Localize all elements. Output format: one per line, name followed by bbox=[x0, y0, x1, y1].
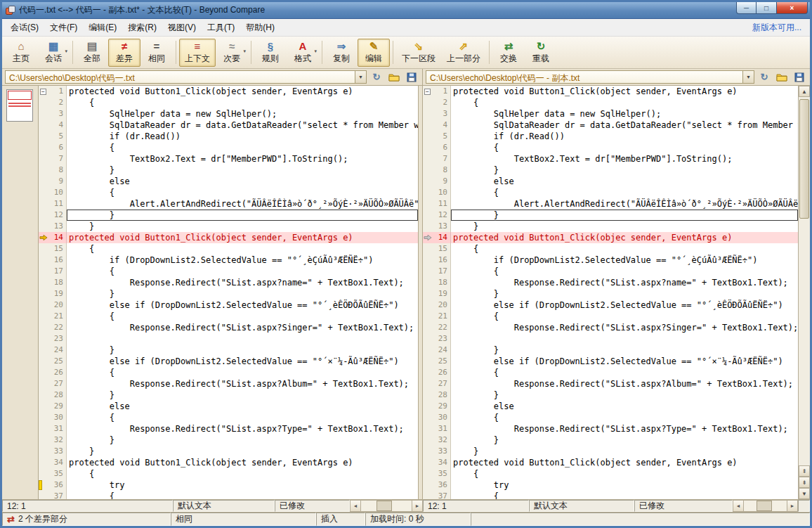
code-text[interactable]: else bbox=[67, 401, 418, 412]
code-text[interactable]: { bbox=[67, 468, 418, 479]
code-text[interactable]: protected void Button1_Click(object send… bbox=[67, 86, 418, 97]
menu-tools[interactable]: 工具(T) bbox=[202, 19, 240, 37]
reload-button[interactable]: ↻重载 bbox=[525, 39, 557, 67]
code-text[interactable]: { bbox=[67, 187, 418, 198]
left-path-dropdown-icon[interactable]: ▼ bbox=[355, 71, 366, 83]
code-text[interactable]: { bbox=[67, 97, 418, 108]
right-path-combo[interactable]: C:\Users\echo\Desktop\代码一 - 副本.txt ▼ bbox=[426, 70, 754, 84]
code-text[interactable]: if (DropDownList2.SelectedValue == "°´¸è… bbox=[451, 255, 798, 266]
code-text[interactable]: { bbox=[451, 367, 798, 378]
previous-part-button[interactable]: ⇗上一部分 bbox=[441, 39, 486, 67]
scrollbar-thumb[interactable] bbox=[757, 501, 772, 511]
left-refresh-button[interactable]: ↻ bbox=[369, 70, 384, 84]
code-text[interactable]: } bbox=[451, 434, 798, 446]
code-text[interactable]: { bbox=[451, 187, 798, 198]
code-text[interactable]: { bbox=[451, 468, 798, 479]
format-button[interactable]: A▾格式 bbox=[287, 39, 319, 67]
copy-button[interactable]: ⇒复制 bbox=[325, 39, 358, 67]
vertical-scrollbar[interactable]: ▲ ⇞ ⇟ ▼ bbox=[798, 86, 810, 499]
previous-difference-button[interactable]: ⇞ bbox=[799, 465, 810, 477]
code-text[interactable]: else if (DropDownList2.SelectedValue == … bbox=[451, 356, 798, 367]
code-text[interactable]: Response.Redirect("SList.aspx?Album=" + … bbox=[451, 378, 798, 389]
next-section-button[interactable]: ⇘下一区段 bbox=[396, 39, 441, 67]
code-text[interactable]: TextBox2.Text = dr["MemberPWD"].ToString… bbox=[451, 153, 798, 165]
code-text[interactable]: { bbox=[67, 412, 418, 423]
code-text[interactable]: { bbox=[451, 412, 798, 423]
code-text[interactable]: } bbox=[67, 210, 418, 221]
home-button[interactable]: ⌂主页 bbox=[5, 39, 37, 67]
code-text[interactable]: { bbox=[451, 97, 798, 108]
diff-map[interactable] bbox=[6, 89, 33, 122]
code-text[interactable]: else bbox=[451, 401, 798, 412]
code-text[interactable]: Response.Redirect("SList.aspx?Type=" + T… bbox=[451, 423, 798, 434]
code-text[interactable]: Response.Redirect("SList.aspx?Singer=" +… bbox=[451, 322, 798, 333]
code-text[interactable]: { bbox=[451, 243, 798, 255]
code-text[interactable]: { bbox=[67, 243, 418, 255]
code-text[interactable]: Response.Redirect("SList.aspx?name=" + T… bbox=[67, 277, 418, 288]
code-text[interactable]: if (DropDownList2.SelectedValue == "°´¸è… bbox=[67, 255, 418, 266]
code-text[interactable]: { bbox=[451, 311, 798, 322]
diff-map-viewport[interactable] bbox=[8, 91, 32, 100]
code-text[interactable]: } bbox=[67, 389, 418, 401]
scroll-up-button[interactable]: ▲ bbox=[799, 86, 810, 97]
scrollbar-track[interactable] bbox=[744, 501, 787, 511]
menu-help[interactable]: 帮助(H) bbox=[240, 19, 280, 37]
code-text[interactable]: if (dr.Read()) bbox=[67, 131, 418, 142]
left-path-combo[interactable]: C:\Users\echo\Desktop\代码一.txt ▼ bbox=[5, 70, 367, 84]
code-text[interactable]: } bbox=[451, 345, 798, 356]
edit-mode-button[interactable]: ✎编辑 bbox=[358, 39, 390, 67]
scroll-right-button[interactable]: ► bbox=[412, 501, 422, 511]
code-text[interactable]: protected void Button1_Click(object send… bbox=[451, 86, 798, 97]
show-same-button[interactable]: =相同 bbox=[140, 39, 173, 67]
code-text[interactable]: else if (DropDownList2.SelectedValue == … bbox=[67, 300, 418, 311]
code-text[interactable]: { bbox=[67, 266, 418, 277]
right-refresh-button[interactable]: ↻ bbox=[757, 70, 772, 84]
fold-toggle-icon[interactable]: − bbox=[424, 89, 431, 95]
right-editor-pane[interactable]: −1protected void Button1_Click(object se… bbox=[423, 86, 798, 499]
code-text[interactable]: TextBox2.Text = dr["MemberPWD"].ToString… bbox=[67, 153, 418, 165]
left-save-button[interactable] bbox=[404, 70, 419, 84]
sessions-button[interactable]: ▦▾会话 bbox=[37, 39, 70, 67]
code-text[interactable]: Response.Redirect("SList.aspx?name=" + T… bbox=[451, 277, 798, 288]
scrollbar-track[interactable] bbox=[361, 501, 412, 511]
code-text[interactable]: if (dr.Read()) bbox=[451, 131, 798, 142]
code-text[interactable]: protected void Button1_Click(objec sende… bbox=[451, 232, 798, 243]
code-text[interactable]: } bbox=[67, 434, 418, 446]
code-text[interactable]: SqlHelper data = new SqlHelper(); bbox=[451, 108, 798, 120]
menu-file[interactable]: 文件(F) bbox=[44, 19, 83, 37]
menu-session[interactable]: 会话(S) bbox=[5, 19, 44, 37]
code-text[interactable] bbox=[451, 333, 798, 345]
scroll-down-button[interactable]: ▼ bbox=[799, 488, 810, 499]
code-text[interactable]: Response.Redirect("SList.aspx?Type=" + T… bbox=[67, 423, 418, 434]
code-text[interactable]: } bbox=[451, 210, 798, 221]
code-text[interactable]: { bbox=[67, 367, 418, 378]
rules-button[interactable]: §规则 bbox=[254, 39, 287, 67]
minor-button[interactable]: ≈▾次要 bbox=[216, 39, 248, 67]
code-text[interactable]: Response.Redirect("SList.aspx?Singer=" +… bbox=[67, 322, 418, 333]
left-horizontal-scrollbar[interactable]: ◄ ► bbox=[350, 500, 423, 512]
scrollbar-track[interactable] bbox=[799, 97, 810, 465]
context-button[interactable]: ≡上下文 bbox=[179, 39, 216, 67]
minimize-button[interactable]: ─ bbox=[736, 2, 757, 14]
code-text[interactable]: try bbox=[67, 479, 418, 491]
left-editor-pane[interactable]: −1protected void Button1_Click(object se… bbox=[39, 86, 418, 499]
scrollbar-thumb[interactable] bbox=[376, 501, 392, 511]
code-text[interactable]: else bbox=[67, 176, 418, 187]
pane-splitter[interactable] bbox=[418, 86, 423, 499]
code-text[interactable]: { bbox=[67, 142, 418, 153]
right-horizontal-scrollbar[interactable]: ◄ ► bbox=[733, 500, 798, 512]
left-browse-button[interactable] bbox=[386, 70, 402, 84]
right-path-dropdown-icon[interactable]: ▼ bbox=[742, 71, 754, 83]
code-text[interactable]: } bbox=[451, 221, 798, 232]
code-text[interactable]: try bbox=[451, 479, 798, 491]
code-text[interactable]: Alert.AlertAndRedirect("ÃÜÂëÎÊÌâ»ò´ð°¸²»… bbox=[67, 198, 418, 210]
code-text[interactable]: protected void Button1_Click(object send… bbox=[67, 457, 418, 468]
code-text[interactable]: protected void Button1_Click(object send… bbox=[67, 232, 418, 243]
code-text[interactable]: { bbox=[451, 491, 798, 499]
code-text[interactable]: } bbox=[67, 288, 418, 300]
menu-view[interactable]: 视图(V) bbox=[162, 19, 202, 37]
code-text[interactable]: else if (DropDownList2.SelectedValue == … bbox=[67, 356, 418, 367]
code-text[interactable]: Alert.AlertAndRedirect("ÃÜÂëÎÊÌâ»ò´ð°¸²»… bbox=[451, 198, 798, 210]
scrollbar-thumb[interactable] bbox=[799, 99, 809, 219]
next-difference-button[interactable]: ⇟ bbox=[799, 477, 810, 488]
